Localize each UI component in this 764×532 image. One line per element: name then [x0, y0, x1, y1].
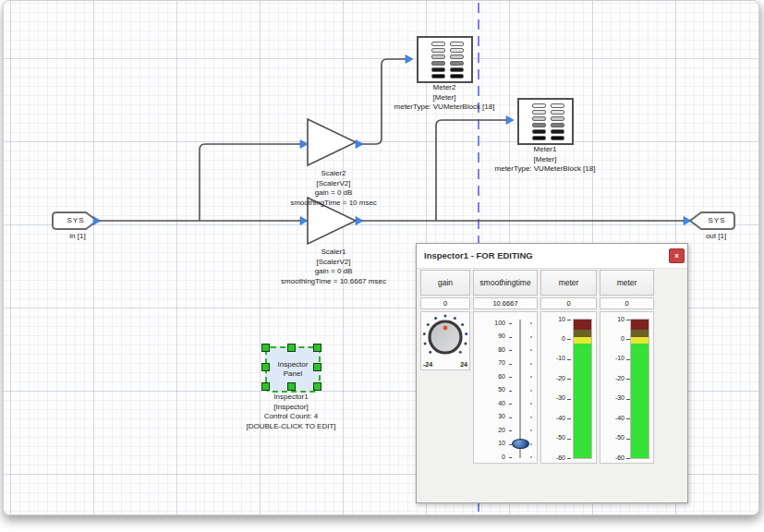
- port-arrow-icon[interactable]: [300, 217, 308, 225]
- meter1-block[interactable]: [517, 98, 574, 145]
- wire-branch-scaler2[interactable]: [200, 144, 302, 221]
- slider-tick-dot: [530, 390, 532, 392]
- slider-tick-dot: [530, 429, 532, 431]
- inspector-column-meter-2: meter 0 100-10-20-30-40-50-60: [600, 270, 654, 464]
- slider-tick-mark: [509, 430, 512, 431]
- scaler1-name: Scaler1: [281, 248, 386, 258]
- slider-tick-dot: [530, 336, 532, 338]
- port-arrow-icon[interactable]: [684, 217, 691, 225]
- scaler2-label: Scaler2 [ScalerV2] gain = 0 dB smoothing…: [290, 169, 377, 208]
- meter1-type: [Meter]: [495, 155, 596, 165]
- smoothingtime-slider[interactable]: 1009080706050403020100: [473, 311, 538, 464]
- gain-knob[interactable]: [421, 312, 469, 364]
- meter-tick-label: 10: [541, 316, 565, 322]
- sys-out-label: SYS: [698, 216, 735, 224]
- meter-tick-label: -30: [541, 394, 565, 401]
- meter-tick-mark: [626, 439, 630, 440]
- slider-tick-mark: [509, 350, 512, 351]
- scaler2-smoothing: smoothingTime = 10 msec: [290, 199, 377, 209]
- meter-bar-segment: [574, 320, 591, 330]
- slider-tick-dot: [530, 363, 532, 365]
- meter-bar: [574, 320, 591, 458]
- knob-indicator-dot: [443, 326, 448, 331]
- meter-tick-label: -40: [600, 415, 625, 421]
- meter2-name: Meter2: [394, 83, 495, 93]
- column-header-meter-2[interactable]: meter: [600, 270, 654, 296]
- gain-knob-cell: -24 24: [420, 311, 470, 370]
- meter-tick-mark: [626, 359, 630, 360]
- port-arrow-icon[interactable]: [93, 217, 101, 225]
- meter-tick-mark: [626, 339, 630, 340]
- port-arrow-icon[interactable]: [356, 140, 363, 149]
- meter2-label: Meter2 [Meter] meterType: VUMeterBlock […: [394, 83, 495, 113]
- meter-tick-label: -10: [600, 355, 625, 361]
- port-arrow-icon[interactable]: [406, 55, 413, 64]
- selection-handle[interactable]: [313, 344, 321, 352]
- inspector-panel-text1: Inspector: [278, 360, 309, 369]
- meter-bar-segment: [631, 330, 649, 338]
- inspector-block-count: Control Count: 4: [246, 412, 335, 422]
- meter-bar: [631, 320, 649, 458]
- meter-2-value: 0: [600, 297, 654, 309]
- selection-handle[interactable]: [261, 382, 270, 391]
- inspector-window-title: Inspector1 - FOR EDITING: [417, 244, 687, 268]
- meter-tick-mark: [626, 320, 630, 320]
- column-header-gain[interactable]: gain: [420, 270, 470, 296]
- scaler2-block[interactable]: [308, 119, 356, 165]
- slider-tick-dot: [530, 417, 532, 418]
- slider-tick-mark: [509, 337, 512, 338]
- sys-out-port-label: out [1]: [706, 232, 726, 242]
- selection-handle[interactable]: [313, 382, 321, 391]
- scaler1-smoothing: smoothingTime = 10.6667 msec: [281, 277, 386, 287]
- column-header-smoothingtime[interactable]: smoothingtime: [473, 270, 538, 296]
- slider-tick-label: 80: [479, 346, 505, 353]
- meter-tick-mark: [567, 379, 571, 380]
- port-arrow-icon[interactable]: [300, 140, 308, 149]
- slider-tick-mark: [509, 404, 512, 405]
- meter-tick-mark: [567, 439, 571, 440]
- meter-tick-label: -40: [541, 415, 565, 421]
- selection-handle[interactable]: [287, 382, 296, 391]
- close-icon[interactable]: x: [669, 248, 685, 263]
- smoothingtime-value[interactable]: 10.6667: [473, 297, 538, 309]
- meter-bar-segment: [631, 344, 649, 458]
- inspector-block-label: Inspector1 [Inspector] Control Count: 4 …: [246, 393, 335, 431]
- meter-tick-label: -20: [600, 375, 625, 381]
- meter-tick-label: 0: [600, 335, 625, 342]
- selection-handle[interactable]: [287, 344, 296, 352]
- meter-bar-segment: [574, 330, 591, 338]
- slider-thumb[interactable]: [512, 439, 529, 449]
- slider-tick-mark: [509, 457, 512, 458]
- port-arrow-icon[interactable]: [356, 217, 363, 225]
- meter-tick-mark: [567, 339, 571, 340]
- meter-bar-segment: [574, 344, 591, 458]
- slider-tick-label: 40: [479, 400, 505, 406]
- meter-tick-label: 0: [541, 335, 565, 342]
- selection-handle[interactable]: [313, 363, 321, 371]
- meter2-block[interactable]: [417, 36, 473, 83]
- inspector-window-titlebar[interactable]: Inspector1 - FOR EDITING x: [417, 244, 687, 269]
- meter-tick-label: -30: [600, 394, 625, 401]
- meter-tick-mark: [626, 418, 630, 419]
- slider-tick-mark: [509, 391, 512, 392]
- meter2-metertype: meterType: VUMeterBlock [18]: [394, 103, 495, 113]
- slider-tick-label: 70: [479, 359, 505, 366]
- selection-handle[interactable]: [261, 344, 270, 352]
- meter-tick-label: -10: [541, 355, 565, 361]
- sys-in-label: SYS: [57, 216, 94, 224]
- gain-value[interactable]: 0: [420, 297, 470, 309]
- meter-tick-label: -20: [541, 375, 565, 381]
- schematic-canvas[interactable]: SYS in [1] SYS out [1] Meter2 [Meter] me…: [3, 0, 759, 515]
- meter-tick-mark: [567, 359, 571, 360]
- meter1-name: Meter1: [495, 145, 596, 155]
- scaler1-label: Scaler1 [ScalerV2] gain = 0 dB smoothing…: [281, 248, 386, 286]
- application-screenshot: SYS in [1] SYS out [1] Meter2 [Meter] me…: [0, 0, 764, 532]
- inspector-column-gain: gain 0: [420, 270, 470, 370]
- column-header-meter-1[interactable]: meter: [540, 270, 597, 296]
- port-arrow-icon[interactable]: [506, 116, 514, 125]
- scaler1-type: [ScalerV2]: [281, 258, 386, 268]
- slider-track[interactable]: [519, 320, 521, 458]
- selection-handle[interactable]: [261, 363, 270, 371]
- meter-tick-label: -60: [541, 454, 565, 461]
- knob-min-label: -24: [423, 361, 432, 368]
